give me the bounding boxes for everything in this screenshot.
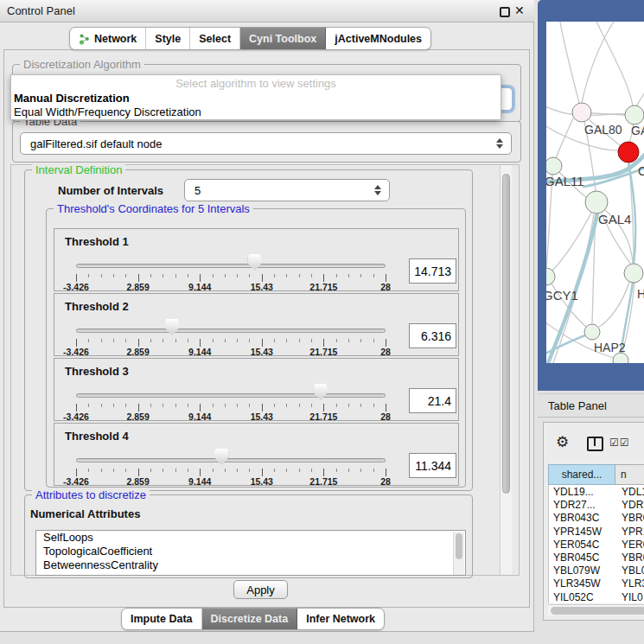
float-window-icon[interactable] (500, 7, 510, 17)
tick-label: 28 (380, 347, 391, 357)
slider-handle[interactable] (248, 254, 262, 271)
table-row[interactable]: YPR145WYPR1 (549, 525, 644, 538)
threshold-value-field[interactable]: 6.316 (409, 323, 456, 348)
slider-handle[interactable] (214, 449, 228, 465)
tab-cyni-toolbox[interactable]: Cyni Toolbox (240, 28, 326, 49)
threshold-value-field[interactable]: 21.4 (409, 388, 456, 413)
network-edge[interactable] (596, 22, 633, 105)
split-columns-icon[interactable] (587, 437, 603, 451)
tick-mark (163, 339, 163, 342)
threshold-label: Threshold 1 (65, 235, 129, 248)
table-row[interactable]: YDL19...YDL1 (549, 485, 644, 498)
table-row[interactable]: YLR345WYLR3 (549, 577, 644, 590)
tab-style[interactable]: Style (146, 28, 190, 49)
attribute-item-selfloops[interactable]: SelfLoops (36, 531, 465, 545)
threshold-label: Threshold 3 (65, 365, 129, 378)
table-row[interactable]: YBL079WYBL0 (549, 564, 644, 577)
network-node-label-gal80: GAL80 (584, 123, 622, 137)
network-node-node-red[interactable] (618, 142, 639, 163)
network-node-label-gcy1: GCY1 (546, 288, 578, 303)
tick-mark (386, 274, 386, 282)
tick-label: 9.144 (188, 347, 211, 357)
network-canvas[interactable]: GAL80GACGAL11GAL4GCY1HHAP2 (546, 22, 644, 363)
attribute-item-betweennesscentrality[interactable]: BetweennessCentrality (36, 558, 465, 572)
horizontal-scrollbar-thumb[interactable] (551, 607, 644, 615)
attribute-item-topologicalcoefficient[interactable]: TopologicalCoefficient (36, 545, 465, 558)
tick-mark (323, 339, 324, 347)
network-node-gal4[interactable] (585, 191, 608, 214)
tick-mark (348, 404, 349, 407)
network-node-node-top-right[interactable] (625, 105, 644, 124)
table-cell-name: YIL0 (622, 591, 643, 603)
tick-label: -3.426 (63, 282, 89, 292)
attributes-list-scrollbar-thumb[interactable] (456, 533, 462, 559)
combobox-stepper-icon (496, 138, 511, 149)
threshold-value-field[interactable]: 14.713 (409, 258, 456, 284)
threshold-panel-1: Threshold 1-3.4262.8599.14415.4321.71528… (54, 228, 459, 291)
table-cell-shared-name: YDR27... (553, 499, 596, 511)
algorithm-popup-placeholder: Select algorithm to view settings (11, 75, 501, 92)
threshold-value-field[interactable]: 11.344 (409, 453, 456, 478)
network-node-node-right-h[interactable] (624, 264, 643, 283)
network-edge[interactable] (560, 22, 579, 103)
table-row[interactable]: YBR043CYBR0 (549, 511, 644, 524)
numerical-attributes-list[interactable]: SelfLoopsTopologicalCoefficientBetweenne… (35, 530, 466, 576)
tick-label: 2.859 (126, 411, 149, 422)
table-data-combobox[interactable]: galFiltered.sif default node (20, 132, 512, 155)
tab-impute-data-label: Impute Data (131, 613, 193, 625)
tab-jactivemnodules[interactable]: jActiveMNodules (326, 28, 430, 49)
network-edge[interactable] (599, 282, 629, 327)
tick-mark (213, 339, 214, 342)
slider-track[interactable] (76, 328, 386, 333)
algorithm-option-equal-width-frequency-discretization[interactable]: Equal Width/Frequency Discretization (11, 105, 501, 119)
network-node-gal80[interactable] (572, 103, 591, 122)
table-column-header-1[interactable]: shared... (548, 464, 615, 485)
slider-track[interactable] (76, 393, 386, 398)
tab-discretize-data-label: Discretize Data (211, 613, 289, 625)
tick-mark (249, 339, 250, 342)
gear-icon[interactable]: ⚙ (556, 433, 569, 451)
table-data-combobox-value: galFiltered.sif default node (21, 137, 496, 150)
number-of-intervals-spinner[interactable]: 5 (184, 179, 390, 201)
slider-handle[interactable] (165, 319, 179, 335)
tick-mark (188, 404, 188, 407)
tick-label: 9.144 (188, 282, 211, 292)
vertical-scrollbar[interactable] (500, 165, 512, 575)
tick-mark (113, 469, 114, 472)
tick-mark (299, 339, 300, 342)
attributes-list-scrollbar[interactable] (453, 532, 464, 575)
tick-mark (323, 274, 324, 282)
network-edge[interactable] (546, 175, 552, 268)
table-row[interactable]: YDR27...YDR2 (549, 498, 644, 511)
tab-discretize-data[interactable]: Discretize Data (202, 609, 298, 629)
tab-impute-data[interactable]: Impute Data (122, 609, 202, 629)
tick-mark (150, 469, 151, 472)
tab-infer-network[interactable]: Infer Network (297, 609, 384, 629)
table-column-header-2[interactable]: n (615, 464, 644, 485)
network-edge[interactable] (636, 86, 644, 106)
network-edge[interactable] (582, 22, 614, 103)
table-row[interactable]: YBR045CYBR0 (549, 551, 644, 564)
tick-mark (200, 469, 201, 476)
slider-track[interactable] (76, 458, 386, 462)
network-node-gal11[interactable] (546, 157, 562, 175)
network-node-gcy1[interactable] (546, 268, 555, 285)
slider-track[interactable] (76, 264, 386, 268)
tab-jactivemnodules-label: jActiveMNodules (335, 33, 422, 45)
horizontal-scrollbar[interactable] (548, 604, 644, 615)
tab-network[interactable]: Network (70, 28, 146, 49)
tick-label: 2.859 (126, 347, 149, 357)
close-icon[interactable]: ✕ (514, 3, 525, 17)
tab-select[interactable]: Select (190, 28, 240, 49)
table-row[interactable]: YER054CYER0 (549, 538, 644, 551)
table-row[interactable]: YIL052CYIL0 (549, 590, 644, 603)
algorithm-option-manual-discretization[interactable]: Manual Discretization (11, 92, 501, 105)
checkbox-icons[interactable]: ☑☑ (609, 437, 630, 449)
tick-mark (213, 469, 214, 472)
network-node-hap2[interactable] (584, 324, 600, 340)
apply-button[interactable]: Apply (233, 580, 288, 599)
vertical-scrollbar-thumb[interactable] (502, 174, 510, 494)
table-panel-body: ⚙ ☑☑ shared...n YDL19...YDL1YDR27...YDR2… (543, 422, 644, 621)
threshold-label: Threshold 4 (65, 430, 129, 443)
slider-handle[interactable] (314, 384, 328, 400)
